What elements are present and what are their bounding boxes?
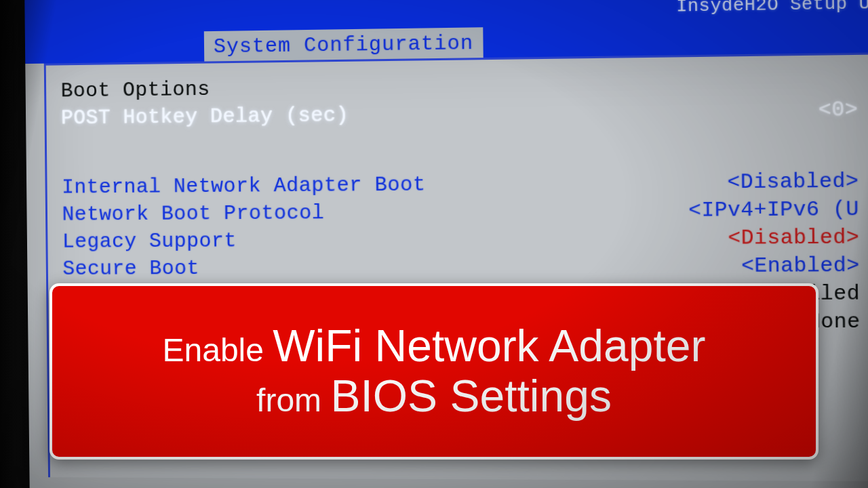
banner-text-from: from [256, 382, 330, 418]
photo-frame: InsydeH2O Setup Ut System Configuration … [0, 0, 868, 488]
row-secure-boot[interactable]: Secure Boot <Enabled> [62, 251, 860, 283]
label-internal-network-adapter-boot: Internal Network Adapter Boot [62, 171, 426, 201]
tab-label: System Configuration [214, 32, 474, 59]
tab-system-configuration[interactable]: System Configuration [203, 26, 485, 61]
bios-title-text: InsydeH2O Setup Ut [676, 0, 868, 17]
spacer [61, 123, 859, 174]
label-boot-options: Boot Options [61, 76, 210, 105]
banner-line-2: from BIOS Settings [256, 371, 612, 422]
banner-text-enable: Enable [163, 332, 273, 368]
value-secure-boot: <Enabled> [741, 251, 860, 280]
value-internal-network-adapter-boot: <Disabled> [727, 167, 859, 197]
label-legacy-support: Legacy Support [62, 227, 237, 256]
value-post-hotkey-delay: <0> [818, 96, 859, 124]
row-network-boot-protocol[interactable]: Network Boot Protocol <IPv4+IPv6 (U [62, 195, 859, 228]
label-secure-boot: Secure Boot [62, 255, 199, 283]
value-legacy-support: <Disabled> [728, 224, 859, 252]
banner-text-wifi-network-adapter: WiFi Network Adapter [273, 321, 705, 371]
label-network-boot-protocol: Network Boot Protocol [62, 199, 324, 228]
banner-text-bios-settings: BIOS Settings [330, 371, 612, 421]
label-post-hotkey-delay: POST Hotkey Delay (sec) [61, 102, 349, 132]
value-network-boot-protocol: <IPv4+IPv6 (U [688, 195, 859, 224]
banner-line-1: Enable WiFi Network Adapter [163, 321, 706, 371]
row-legacy-support[interactable]: Legacy Support <Disabled> [62, 224, 860, 256]
overlay-banner: Enable WiFi Network Adapter from BIOS Se… [50, 283, 818, 460]
